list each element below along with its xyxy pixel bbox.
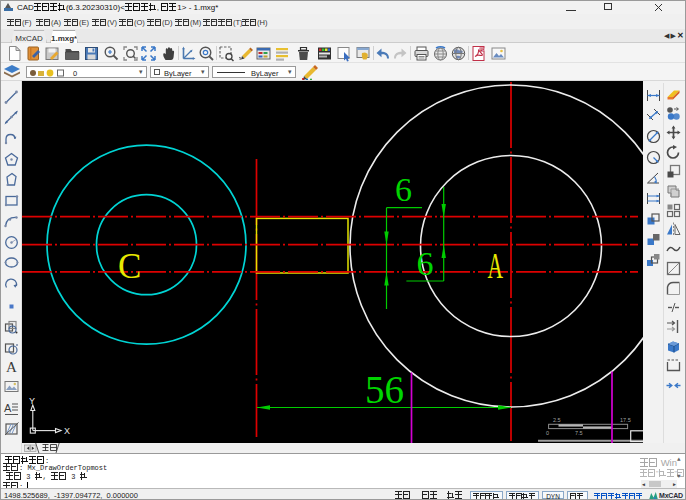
svg-text:C: C — [118, 247, 141, 286]
svg-text:A: A — [6, 359, 17, 375]
svg-text:6: 6 — [395, 171, 412, 208]
svg-text:Y: Y — [29, 396, 35, 406]
svg-text:2.5: 2.5 — [553, 417, 561, 423]
svg-text:A: A — [4, 402, 12, 414]
svg-text:6: 6 — [417, 245, 434, 282]
svg-text:56: 56 — [365, 368, 404, 411]
svg-text:17.5: 17.5 — [620, 417, 631, 423]
svg-text:X: X — [64, 426, 70, 436]
svg-text:PDF: PDF — [479, 48, 486, 52]
svg-text:7.5: 7.5 — [575, 430, 583, 436]
svg-text:A: A — [488, 247, 504, 286]
svg-text:0: 0 — [546, 430, 549, 436]
